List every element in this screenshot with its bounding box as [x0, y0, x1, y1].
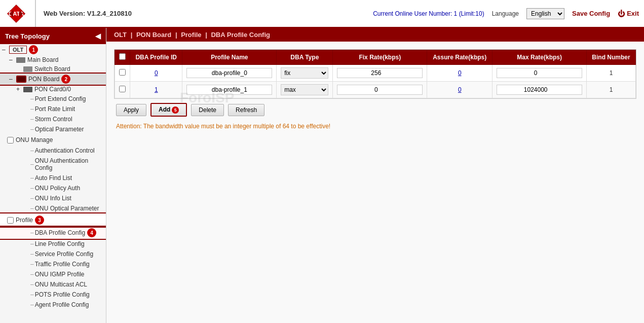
dba-table: DBA Profile ID Profile Name DBA Type Fix… — [115, 50, 636, 98]
logo-icon: DATA — [5, 3, 27, 25]
breadcrumb-sep3: | — [205, 31, 209, 39]
sidebar-port-rate-limit[interactable]: Port Rate Limit — [0, 104, 106, 114]
sidebar-pots-profile-config[interactable]: POTS Profile Config — [0, 290, 106, 300]
sidebar-onu-info-list[interactable]: ONU Info List — [0, 193, 106, 203]
row-checkbox-1[interactable] — [119, 86, 126, 92]
row-bind-1: 1 — [587, 82, 636, 98]
sidebar-onu-optical-param[interactable]: ONU Optical Parameter — [0, 203, 106, 213]
row-assure-0: 0 — [458, 69, 462, 77]
row-name-1[interactable] — [186, 85, 272, 95]
row-checkbox-0[interactable] — [119, 69, 126, 76]
expand-pon-board[interactable]: – — [9, 76, 16, 83]
select-all-checkbox[interactable] — [119, 53, 126, 60]
badge-4: 4 — [87, 228, 96, 237]
sidebar-port-extend-config[interactable]: Port Extend Config — [0, 94, 106, 104]
col-assure-rate: Assure Rate(kbps) — [427, 50, 493, 65]
row-fix-rate-0[interactable] — [337, 68, 423, 78]
online-users: Current Online User Number: 1 (Limit:10) — [373, 10, 484, 17]
row-name-0[interactable] — [186, 68, 272, 78]
sidebar-profile-section[interactable]: Profile 3 — [0, 213, 106, 227]
onu-manage-checkbox[interactable] — [7, 137, 14, 143]
sidebar-dba-profile-config[interactable]: DBA Profile Config 4 — [0, 227, 106, 239]
content-main: ForoISP DBA Profile ID Profile Name DBA … — [106, 42, 644, 323]
sidebar-header: Tree Topology ◀ — [0, 28, 106, 44]
sidebar-line-profile-config[interactable]: Line Profile Config — [0, 239, 106, 249]
col-fix-rate: Fix Rate(kbps) — [333, 50, 427, 65]
expand-main-board[interactable]: – — [9, 56, 16, 63]
breadcrumb: OLT | PON Board | Profile | DBA Profile … — [106, 28, 644, 42]
table-row: 0fixmaxassureassure-max01 — [115, 65, 636, 82]
sidebar-item-main-board[interactable]: – Main Board — [0, 55, 106, 64]
breadcrumb-olt: OLT — [114, 31, 127, 39]
badge-5: 5 — [172, 106, 179, 114]
pon-card-label: PON Card0/0 — [34, 86, 71, 93]
header-right: Current Online User Number: 1 (Limit:10)… — [373, 8, 639, 19]
sidebar: Tree Topology ◀ – OLT 1 – Main Board Swi… — [0, 28, 106, 323]
col-bind: Bind Number — [587, 50, 636, 65]
exit-button[interactable]: ⏻ Exit — [618, 10, 639, 18]
row-type-0[interactable]: fixmaxassureassure-max — [281, 67, 328, 79]
table-row: 1fixmaxassureassure-max01 — [115, 82, 636, 98]
language-select[interactable]: English Chinese — [526, 8, 564, 19]
badge-3: 3 — [35, 216, 44, 225]
save-config-link[interactable]: Save Config — [572, 10, 610, 17]
sidebar-onu-auth-config[interactable]: ONU Authentication Config — [0, 156, 106, 173]
sidebar-item-olt[interactable]: – OLT 1 — [0, 44, 106, 55]
sidebar-optical-parameter[interactable]: Optical Parameter — [0, 124, 106, 134]
delete-button[interactable]: Delete — [191, 104, 224, 116]
expand-olt[interactable]: – — [2, 46, 9, 53]
badge-1: 1 — [29, 45, 38, 54]
breadcrumb-sep1: | — [131, 31, 134, 39]
row-assure-1: 0 — [458, 86, 462, 93]
logo-area: DATA — [5, 0, 36, 27]
breadcrumb-dba: DBA Profile Config — [211, 31, 270, 39]
sidebar-onu-manage[interactable]: ONU Manage — [0, 134, 106, 146]
sidebar-title: Tree Topology — [5, 32, 50, 40]
table-wrapper: ForoISP DBA Profile ID Profile Name DBA … — [114, 49, 636, 132]
main-container: Tree Topology ◀ – OLT 1 – Main Board Swi… — [0, 28, 644, 323]
row-fix-rate-1[interactable] — [337, 85, 423, 95]
attention-text: Attention: The bandwidth value must be a… — [114, 121, 636, 132]
sidebar-traffic-profile-config[interactable]: Traffic Profile Config — [0, 259, 106, 269]
col-type: DBA Type — [277, 50, 333, 65]
profile-label: Profile — [16, 217, 33, 224]
sidebar-agent-profile-config[interactable]: Agent Profile Config — [0, 300, 106, 310]
sidebar-auto-find-list[interactable]: Auto Find List — [0, 173, 106, 183]
apply-button[interactable]: Apply — [116, 104, 146, 116]
sidebar-item-pon-board[interactable]: – PON Board 2 — [0, 74, 106, 85]
sidebar-onu-multicast-acl[interactable]: ONU Multicast ACL — [0, 279, 106, 290]
sidebar-item-switch-board[interactable]: Switch Board — [0, 64, 106, 74]
expand-pon-card[interactable]: + — [16, 86, 23, 93]
profile-checkbox[interactable] — [7, 217, 14, 224]
sidebar-service-profile-config[interactable]: Service Profile Config — [0, 249, 106, 259]
header: DATA Web Version: V1.2.4_210810 Current … — [0, 0, 644, 28]
breadcrumb-sep2: | — [175, 31, 179, 39]
sidebar-arrow-icon[interactable]: ◀ — [95, 32, 101, 40]
sidebar-item-pon-card[interactable]: + PON Card0/0 — [0, 85, 106, 94]
row-type-1[interactable]: fixmaxassureassure-max — [281, 84, 328, 95]
switch-board-label: Switch Board — [34, 65, 70, 73]
badge-2: 2 — [61, 75, 70, 84]
row-id-1[interactable]: 1 — [155, 86, 158, 93]
sidebar-onu-igmp-profile[interactable]: ONU IGMP Profile — [0, 269, 106, 279]
power-icon: ⏻ — [618, 10, 625, 18]
breadcrumb-pon: PON Board — [136, 31, 171, 39]
language-label: Language — [492, 10, 519, 17]
add-button[interactable]: Add5 — [150, 103, 187, 117]
main-board-icon — [16, 57, 25, 63]
content-area: OLT | PON Board | Profile | DBA Profile … — [106, 28, 644, 323]
refresh-button[interactable]: Refresh — [228, 104, 264, 116]
dba-table-container: DBA Profile ID Profile Name DBA Type Fix… — [114, 49, 636, 99]
onu-manage-label: ONU Manage — [16, 136, 53, 143]
sidebar-storm-control[interactable]: Storm Control — [0, 114, 106, 124]
sidebar-auth-control[interactable]: Authentication Control — [0, 146, 106, 156]
row-max-rate-0[interactable] — [497, 68, 582, 78]
switch-board-icon — [23, 66, 32, 72]
sidebar-onu-policy-auth[interactable]: ONU Policy Auth — [0, 183, 106, 193]
pon-board-label: PON Board — [28, 76, 59, 83]
col-name: Profile Name — [182, 50, 277, 65]
olt-label: OLT — [9, 46, 27, 54]
row-max-rate-1[interactable] — [497, 85, 582, 95]
pon-board-icon — [16, 76, 26, 83]
row-id-0[interactable]: 0 — [155, 69, 158, 77]
